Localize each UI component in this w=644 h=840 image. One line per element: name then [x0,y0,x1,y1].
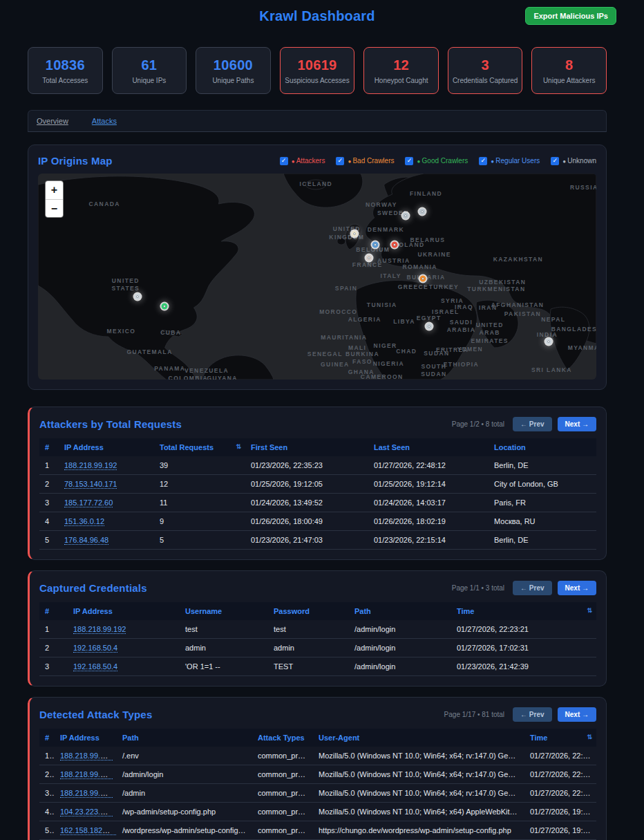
checkbox-checked-icon[interactable] [479,157,487,165]
tab-attacks[interactable]: Attacks [92,117,117,125]
next-page-button[interactable]: Next → [558,417,596,431]
ip-address-link[interactable]: 192.168.50.4 [73,662,117,671]
stat-value: 10600 [214,57,253,73]
sort-icon[interactable]: ⇅ [236,443,241,450]
ip-address-link[interactable]: 188.218.99.192 [60,770,113,779]
prev-page-button[interactable]: ← Prev [513,707,551,722]
column-header[interactable]: Last Seen [368,438,489,456]
column-header[interactable]: Username [180,602,268,620]
cell-rank: 5 [39,821,55,840]
map-marker-icon[interactable] [402,213,408,219]
legend-label: Good Crawlers [417,157,468,165]
column-header-label: Username [185,607,222,615]
column-header[interactable]: Password [268,602,349,620]
ip-address-link[interactable]: 188.218.99.192 [60,752,113,760]
checkbox-checked-icon[interactable] [280,157,288,165]
column-header[interactable]: IP Address [55,729,117,747]
attackers-panel: Attackers by Total Requests Page 1/2 • 8… [28,407,607,560]
column-header[interactable]: Path [117,729,252,747]
column-header[interactable]: Time⇅ [451,602,596,620]
column-header[interactable]: Time⇅ [524,729,596,747]
ip-address-link[interactable]: 78.153.140.171 [64,480,117,489]
column-header[interactable]: Attack Types [252,729,313,747]
column-header[interactable]: IP Address [68,602,180,620]
ip-address-link[interactable]: 185.177.72.60 [64,498,113,507]
ip-address-link[interactable]: 151.36.0.12 [64,517,104,526]
ip-address-link[interactable]: 188.218.99.192 [64,461,117,470]
ip-address-link[interactable]: 176.84.96.48 [64,536,108,545]
map-marker-icon[interactable] [352,231,358,237]
stat-value: 61 [141,57,157,73]
cell-attack-types: common_probes [252,803,313,821]
map-marker-icon[interactable] [134,293,140,299]
map-marker-icon[interactable] [161,303,167,309]
cell-location: Berlin, DE [489,456,596,475]
stat-label: Unique Attackers [543,77,596,84]
checkbox-checked-icon[interactable] [551,157,559,165]
map-marker-icon[interactable] [426,324,432,330]
legend-item[interactable]: Attackers [280,157,325,165]
prev-page-button[interactable]: ← Prev [513,417,551,431]
legend-item[interactable]: Regular Users [479,157,540,165]
map-marker-icon[interactable] [419,209,425,215]
map-marker-icon[interactable] [391,242,397,248]
column-header-label: IP Address [73,607,113,615]
legend-item[interactable]: Good Crawlers [405,157,468,165]
cell-first-seen: 01/24/2026, 13:49:52 [245,494,368,512]
attackers-panel-head: Attackers by Total Requests Page 1/2 • 8… [39,417,596,431]
next-page-button[interactable]: Next → [558,581,596,595]
column-header[interactable]: User-Agent [313,729,524,747]
column-header[interactable]: Path [349,602,451,620]
map-marker-icon[interactable] [545,338,551,344]
map-zoom-in-button[interactable]: + [46,181,63,199]
map-marker-icon[interactable] [372,242,379,248]
column-header[interactable]: First Seen [245,438,368,456]
stat-label: Unique Paths [212,77,254,84]
ip-address-link[interactable]: 188.218.99.192 [73,625,126,634]
table-row: 1 188.218.99.192 39 01/23/2026, 22:35:23… [39,456,596,475]
export-malicious-ips-button[interactable]: Export Malicious IPs [525,7,616,25]
column-header[interactable]: Location [489,438,596,456]
ip-address-link[interactable]: 162.158.182.104 [60,826,117,835]
attackers-pager: Page 1/2 • 8 total ← Prev Next → [452,417,596,431]
tab-overview[interactable]: Overview [37,117,68,125]
cell-time: 01/27/2026, 19:38:59 [524,803,596,821]
map-zoom-out-button[interactable]: − [46,199,63,217]
cell-password: test [268,620,349,639]
column-header[interactable]: # [39,602,68,620]
checkbox-checked-icon[interactable] [405,157,413,165]
column-header[interactable]: # [39,438,59,456]
sort-icon[interactable]: ⇅ [587,607,592,614]
cell-rank: 3 [39,784,55,803]
cell-path: /.env [117,747,252,765]
ip-address-link[interactable]: 192.168.50.4 [73,644,117,653]
legend-item[interactable]: Unknown [551,157,596,165]
stat-card: 10619 Suspicious Accesses [280,47,355,94]
cell-ip: 188.218.99.192 [55,747,117,765]
stat-value: 12 [393,57,409,73]
cell-username: 'OR 1=1 -- [180,657,268,676]
ip-address-link[interactable]: 104.23.223.128 [60,808,113,816]
map-marker-icon[interactable] [366,254,372,261]
column-header[interactable]: Total Requests⇅ [154,438,245,456]
next-page-button[interactable]: Next → [558,707,596,722]
checkbox-checked-icon[interactable] [336,157,344,165]
ip-address-link[interactable]: 188.218.99.192 [60,789,113,798]
stat-label: Honeypot Caught [375,77,428,84]
sort-icon[interactable]: ⇅ [587,734,592,740]
column-header-label: # [45,734,49,742]
prev-page-button[interactable]: ← Prev [513,581,551,595]
column-header-label: IP Address [60,734,100,742]
world-map[interactable]: CANADA ICELAND RUSSIA NORWAY FINLAND SWE… [38,174,596,380]
table-row: 2 78.153.140.171 12 01/25/2026, 19:12:05… [39,475,596,494]
map-marker-icon[interactable] [419,275,426,281]
cell-attack-types: common_probes [252,784,313,803]
column-header[interactable]: IP Address [59,438,154,456]
detected-attack-types-panel: Detected Attack Types Page 1/17 • 81 tot… [28,697,607,840]
table-row: 4 151.36.0.12 9 01/26/2026, 18:00:49 01/… [39,512,596,531]
legend-item[interactable]: Bad Crawlers [336,157,394,165]
cell-last-seen: 01/26/2026, 18:02:19 [368,512,489,531]
table-row: 1 188.218.99.192 /.env common_probes Moz… [39,747,596,765]
column-header[interactable]: # [39,729,55,747]
header: Krawl Dashboard Export Malicious IPs [28,8,607,32]
